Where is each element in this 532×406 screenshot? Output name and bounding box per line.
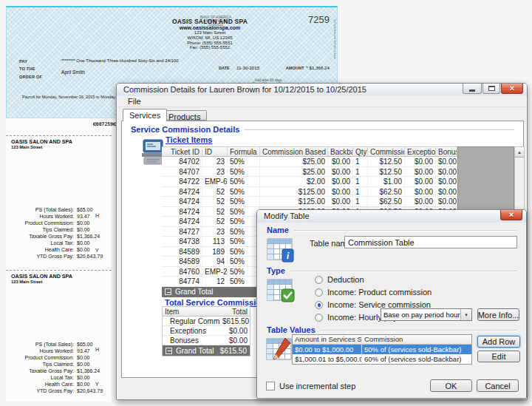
totals-header[interactable]: Item Total <box>163 307 250 317</box>
table-values-row[interactable]: $1,000.01 to $5,000.00 60% of (services … <box>293 354 471 364</box>
cell-exception: $0.00 <box>405 197 436 206</box>
col-bonus[interactable]: Bonus <box>436 147 457 156</box>
collapse-icon[interactable] <box>166 348 172 354</box>
stub-amount-label: Local Tax: <box>6 374 74 381</box>
stub-amount-value: $20,643.79 <box>77 253 103 260</box>
col-commission[interactable]: Commission <box>362 335 471 344</box>
section-service-commission-details: Service Commission Details <box>131 125 514 134</box>
maximize-button[interactable] <box>482 84 500 94</box>
tab-services[interactable]: Services <box>123 109 167 121</box>
cell-formula: 50% <box>228 217 260 226</box>
scroll-up-icon[interactable]: ▲ <box>515 147 524 158</box>
stub-amount-value: $0.00 <box>77 361 90 368</box>
commission-cell: 60% of (services sold-Backbar) <box>362 354 471 364</box>
table-values-list: Amount in Services Sold Commission $0.00… <box>292 334 472 365</box>
ticket-table-row[interactable]: 84724 52 50% $125.00 $0.00 1 $62.50 $0.0… <box>162 197 457 207</box>
more-info-button[interactable]: More Info... <box>477 308 519 321</box>
cell-id: 23 <box>202 167 228 177</box>
collapse-icon[interactable] <box>165 288 171 295</box>
radio-icon[interactable] <box>315 288 323 297</box>
tab-products[interactable]: Products <box>162 110 207 121</box>
hourly-pay-dropdown[interactable]: Base on pay period hours ▼ <box>381 308 472 321</box>
totals-row[interactable]: Regular Commission $615.50 <box>163 317 250 326</box>
maximize-icon <box>488 86 495 91</box>
ok-button[interactable]: OK <box>430 379 472 392</box>
totals-row[interactable]: Exceptions $0.00 <box>163 326 250 336</box>
cell-formula: 50% <box>228 247 260 257</box>
cell-id: 189 <box>202 247 228 257</box>
cell-formula: 50% <box>228 197 260 206</box>
dialog-titlebar[interactable]: Modify Table <box>257 210 526 223</box>
totals-item: Bonuses <box>163 336 220 345</box>
ticket-items-link[interactable]: Ticket Items <box>166 135 212 144</box>
stub-amount-value: $0.00 <box>77 220 90 226</box>
minimize-button[interactable] <box>463 84 482 94</box>
cell-id: 52 <box>202 207 228 217</box>
totals-row[interactable]: Bonuses $0.00 <box>163 336 250 345</box>
col-exception[interactable]: Exception <box>405 147 436 156</box>
name-group-header: Name <box>267 226 516 234</box>
ticket-table-row[interactable]: 84702 23 50% $25.00 $0.00 1 $12.50 $0.00… <box>162 157 457 167</box>
radio-icon-selected[interactable] <box>315 301 323 309</box>
col-commission[interactable]: Commission <box>368 147 405 156</box>
col-formula[interactable]: Formula <box>228 147 260 156</box>
stub-amount-row: YTD Gross Pay: $20,643.79 <box>6 388 112 394</box>
close-button[interactable]: × <box>501 84 523 94</box>
screen: BANK OF AMERICA WIXOM, MI, US 00-85/021 … <box>0 0 532 406</box>
stub-col2-fragment-ytd: Y <box>95 248 99 253</box>
stub-col2-fragment-hours: H <box>95 213 99 218</box>
payee-name: April Smith <box>61 70 85 75</box>
radio-deduction[interactable]: Deduction <box>315 274 364 285</box>
menu-file[interactable]: File <box>125 97 144 106</box>
table-edit-icon <box>265 334 295 364</box>
ticket-table-row[interactable]: 84724 52 50% $125.00 $0.00 1 $62.50 $0.0… <box>162 187 457 197</box>
cell-formula: 50% <box>228 167 260 177</box>
table-name-input[interactable] <box>344 236 517 248</box>
grand-total-value: $615.50 <box>220 347 247 355</box>
stub-address: 123 Main Street <box>11 280 43 284</box>
dialog-close-button[interactable]: × <box>500 210 522 220</box>
totals-value: $0.00 <box>220 326 250 335</box>
col-total[interactable]: Total <box>220 307 250 316</box>
totals-grand-total-row[interactable]: Grand Total $615.50 <box>163 345 250 356</box>
minimize-icon <box>469 89 475 92</box>
col-commission-based-on[interactable]: Commission Based On <box>260 147 328 156</box>
radio-product-commission[interactable]: Income: Product commission <box>315 287 432 297</box>
stub-amount-label: PS (Total Sales): <box>6 206 74 213</box>
cell-ticket-id: 84722 <box>162 177 202 186</box>
col-amount-in-services-sold[interactable]: Amount in Services Sold <box>293 335 362 344</box>
col-ticket-id[interactable]: Ticket ID <box>162 147 202 156</box>
col-item[interactable]: Item <box>163 307 220 316</box>
cell-qty: 1 <box>353 177 368 186</box>
cancel-button[interactable]: Cancel <box>477 379 519 392</box>
stub-amount-label: PS (Total Sales): <box>6 341 74 348</box>
amount-in-words: ******** One Thousand Three Hundred Sixt… <box>61 58 179 63</box>
stub-amount-value: $0.00 <box>77 354 90 361</box>
cell-id: 113 <box>202 237 228 246</box>
cell-ticket-id: 84724 <box>162 187 202 197</box>
range-cell: $1,000.01 to $5,000.00 <box>293 354 362 364</box>
ticket-table-header[interactable]: Ticket ID ID Formula Commission Based On… <box>162 147 457 157</box>
use-incremental-step-checkbox[interactable] <box>266 382 275 390</box>
ticket-table-row[interactable]: 84707 23 50% $25.00 $0.00 1 $12.50 $0.00… <box>162 167 457 177</box>
stub-amount-value: $1,366.24 <box>77 233 100 240</box>
add-row-button[interactable]: Add Row <box>477 336 520 348</box>
table-values-header[interactable]: Amount in Services Sold Commission <box>293 335 471 345</box>
stub-amount-row: Taxable Gross Pay: $1,366.24 <box>6 368 112 374</box>
col-backbar[interactable]: Backbar <box>328 147 353 156</box>
stub-address: 123 Main Street <box>11 145 43 149</box>
col-qty[interactable]: Qty <box>353 147 368 156</box>
col-id[interactable]: ID <box>202 147 228 156</box>
radio-icon[interactable] <box>315 314 323 322</box>
radio-icon[interactable] <box>315 276 323 284</box>
cell-qty: 1 <box>353 197 368 206</box>
table-values-row-selected[interactable]: $0.00 to $1,000.00 50% of (services sold… <box>293 345 471 354</box>
cell-commission: $62.50 <box>368 197 405 206</box>
stub-amount-row: Product Commission: $0.00 <box>6 220 112 226</box>
chevron-down-icon[interactable]: ▼ <box>460 309 471 320</box>
stub-amount-value: 93.47 <box>77 213 90 220</box>
ticket-table-row[interactable]: 84722 EMP-65 50% $2.00 $0.00 1 $1.00 $0.… <box>162 177 457 187</box>
stub-amount-value: $0.00 <box>77 240 90 246</box>
company-address2: WIXOM, MI, US 12345 <box>117 35 302 41</box>
edit-button[interactable]: Edit <box>477 351 520 362</box>
